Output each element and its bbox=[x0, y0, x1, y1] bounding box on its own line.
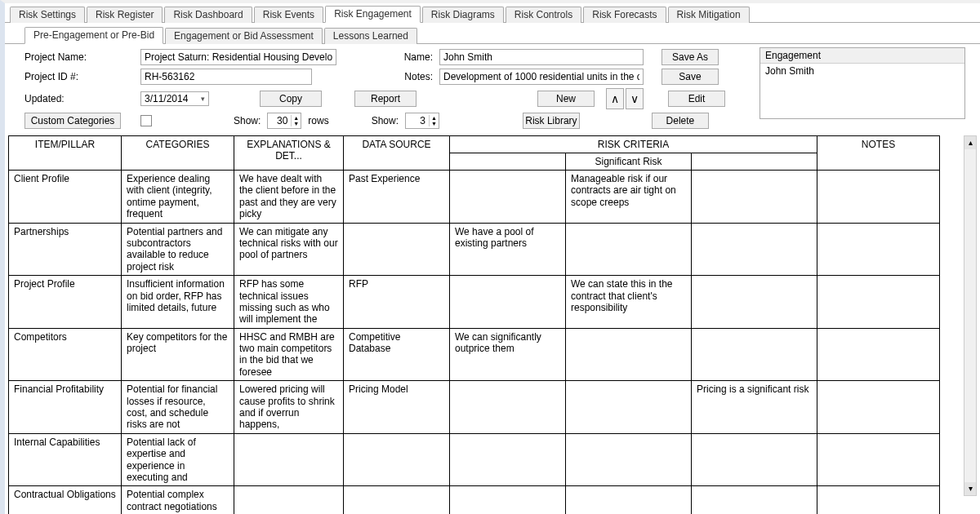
sub-tab-lessons-learned[interactable]: Lessons Learned bbox=[324, 28, 417, 44]
cell-sig[interactable] bbox=[566, 328, 692, 381]
cell-expl[interactable]: We can mitigate any technical risks with… bbox=[234, 223, 344, 276]
cell-expl[interactable]: We have dealt with the client before in … bbox=[234, 171, 344, 224]
table-row[interactable]: Financial ProfitabilityPotential for fin… bbox=[9, 381, 940, 434]
checkbox[interactable] bbox=[140, 115, 152, 126]
project-id-input[interactable] bbox=[140, 69, 312, 85]
custom-categories-button[interactable]: Custom Categories bbox=[24, 113, 121, 129]
cell-notes[interactable] bbox=[817, 486, 940, 514]
cell-crit[interactable] bbox=[692, 328, 817, 381]
table-row[interactable]: Client ProfileExperience dealing with cl… bbox=[9, 171, 940, 224]
cell-item[interactable]: Contractual Obligations bbox=[9, 486, 122, 514]
copy-button[interactable]: Copy bbox=[260, 91, 322, 107]
cell-expl[interactable] bbox=[234, 433, 344, 486]
updated-date-input[interactable]: 3/11/2014 ▾ bbox=[140, 91, 209, 106]
save-as-button[interactable]: Save As bbox=[662, 49, 719, 65]
cell-src[interactable]: Past Experience bbox=[344, 171, 450, 224]
col-critical-risk-header[interactable]: Critical Risk bbox=[692, 153, 817, 171]
name-input[interactable] bbox=[439, 49, 644, 65]
cell-notes[interactable] bbox=[817, 328, 940, 381]
col-item-header[interactable]: ITEM/PILLAR bbox=[9, 136, 122, 171]
scroll-down-icon[interactable]: ▾ bbox=[964, 482, 976, 495]
cell-sig[interactable]: Manageable risk if our contracts are air… bbox=[566, 171, 692, 224]
table-row[interactable]: Contractual ObligationsPotential complex… bbox=[9, 486, 940, 514]
main-tab-risk-diagrams[interactable]: Risk Diagrams bbox=[422, 7, 504, 23]
main-tab-risk-engagement[interactable]: Risk Engagement bbox=[325, 6, 421, 23]
cell-notes[interactable] bbox=[817, 276, 940, 329]
cell-cat[interactable]: Experience dealing with client (integrit… bbox=[122, 171, 234, 224]
save-button[interactable]: Save bbox=[662, 69, 719, 85]
col-significant-risk-header[interactable]: Significant Risk bbox=[566, 153, 692, 171]
cell-low[interactable] bbox=[450, 276, 566, 329]
notes-input[interactable] bbox=[439, 69, 644, 85]
col-categories-header[interactable]: CATEGORIES bbox=[122, 136, 234, 171]
cell-sig[interactable] bbox=[566, 486, 692, 514]
main-tab-risk-dashboard[interactable]: Risk Dashboard bbox=[164, 7, 252, 23]
cell-cat[interactable]: Potential lack of expertise and experien… bbox=[122, 433, 234, 486]
cell-expl[interactable]: RFP has some technical issues missing su… bbox=[234, 276, 344, 329]
cell-cat[interactable]: Potential for financial losses if resour… bbox=[122, 381, 234, 434]
cell-src[interactable]: RFP bbox=[344, 276, 450, 329]
show2-spinner[interactable]: ▲▼ bbox=[405, 113, 439, 129]
main-tab-risk-settings[interactable]: Risk Settings bbox=[10, 7, 85, 23]
cell-item[interactable]: Financial Profitability bbox=[9, 381, 122, 434]
table-row[interactable]: PartnershipsPotential partners and subco… bbox=[9, 223, 940, 276]
spinner-arrows-icon[interactable]: ▲▼ bbox=[429, 115, 439, 126]
sub-tab-engagement-or-bid-assessment[interactable]: Engagement or Bid Assessment bbox=[165, 28, 323, 44]
cell-notes[interactable] bbox=[817, 171, 940, 224]
cell-src[interactable] bbox=[344, 223, 450, 276]
table-row[interactable]: Project ProfileInsufficient information … bbox=[9, 276, 940, 329]
col-source-header[interactable]: DATA SOURCE bbox=[344, 136, 450, 171]
engagement-listbox[interactable]: Engagement John Smith bbox=[760, 47, 965, 119]
cell-low[interactable]: We have a pool of existing partners bbox=[450, 223, 566, 276]
cell-low[interactable] bbox=[450, 433, 566, 486]
cell-low[interactable]: We can significantly outprice them bbox=[450, 328, 566, 381]
cell-cat[interactable]: Key competitors for the project bbox=[122, 328, 234, 381]
cell-item[interactable]: Partnerships bbox=[9, 223, 122, 276]
report-button[interactable]: Report bbox=[354, 91, 416, 107]
cell-crit[interactable] bbox=[692, 171, 817, 224]
col-low-risk-header[interactable]: Low Risk bbox=[450, 153, 566, 171]
risk-library-button[interactable]: Risk Library bbox=[523, 113, 580, 129]
sub-tab-pre-engagement-or-pre-bid[interactable]: Pre-Engagement or Pre-Bid bbox=[24, 27, 163, 44]
cell-low[interactable] bbox=[450, 381, 566, 434]
main-tab-risk-forecasts[interactable]: Risk Forecasts bbox=[583, 7, 666, 23]
nav-down-button[interactable]: ∨ bbox=[626, 88, 644, 109]
cell-sig[interactable] bbox=[566, 381, 692, 434]
cell-crit[interactable] bbox=[692, 486, 817, 514]
cell-sig[interactable] bbox=[566, 223, 692, 276]
cell-src[interactable] bbox=[344, 486, 450, 514]
main-tab-risk-events[interactable]: Risk Events bbox=[254, 7, 323, 23]
cell-expl[interactable] bbox=[234, 486, 344, 514]
cell-src[interactable] bbox=[344, 433, 450, 486]
cell-src[interactable]: Pricing Model bbox=[344, 381, 450, 434]
new-button[interactable]: New bbox=[537, 91, 595, 107]
show-rows-spinner[interactable]: ▲▼ bbox=[267, 113, 301, 129]
spinner-arrows-icon[interactable]: ▲▼ bbox=[291, 115, 301, 126]
edit-button[interactable]: Edit bbox=[668, 91, 725, 107]
col-risk-criteria-header[interactable]: RISK CRITERIA bbox=[450, 136, 817, 153]
main-tab-risk-mitigation[interactable]: Risk Mitigation bbox=[668, 7, 750, 23]
col-notes-header[interactable]: NOTES bbox=[817, 136, 940, 171]
cell-low[interactable] bbox=[450, 486, 566, 514]
cell-item[interactable]: Client Profile bbox=[9, 171, 122, 224]
cell-expl[interactable]: HHSC and RMBH are two main competitors i… bbox=[234, 328, 344, 381]
scroll-up-icon[interactable]: ▴ bbox=[964, 136, 976, 149]
cell-low[interactable] bbox=[450, 171, 566, 224]
cell-item[interactable]: Competitors bbox=[9, 328, 122, 381]
cell-crit[interactable]: Pricing is a significant risk bbox=[692, 381, 817, 434]
project-name-input[interactable] bbox=[140, 49, 336, 65]
nav-up-button[interactable]: ∧ bbox=[606, 88, 624, 109]
cell-expl[interactable]: Lowered pricing will cause profits to sh… bbox=[234, 381, 344, 434]
main-tab-risk-controls[interactable]: Risk Controls bbox=[506, 7, 581, 23]
cell-item[interactable]: Project Profile bbox=[9, 276, 122, 329]
engagement-listbox-item[interactable]: John Smith bbox=[760, 64, 964, 78]
cell-crit[interactable] bbox=[692, 223, 817, 276]
cell-notes[interactable] bbox=[817, 381, 940, 434]
vertical-scrollbar[interactable]: ▴ ▾ bbox=[964, 135, 977, 496]
cell-sig[interactable] bbox=[566, 433, 692, 486]
show2-value[interactable] bbox=[406, 113, 429, 128]
cell-sig[interactable]: We can state this in the contract that c… bbox=[566, 276, 692, 329]
col-explanations-header[interactable]: EXPLANATIONS & DET... bbox=[234, 136, 344, 171]
cell-notes[interactable] bbox=[817, 223, 940, 276]
cell-notes[interactable] bbox=[817, 433, 940, 486]
